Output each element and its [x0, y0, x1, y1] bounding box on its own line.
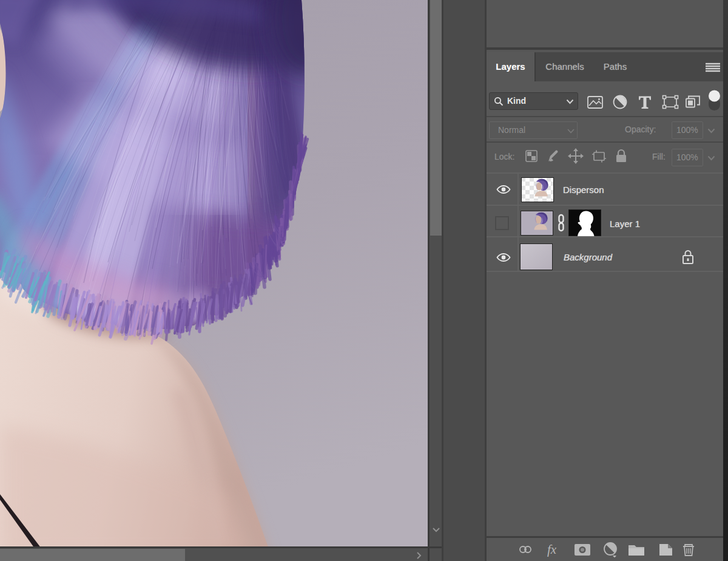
- svg-text:fx: fx: [547, 542, 557, 557]
